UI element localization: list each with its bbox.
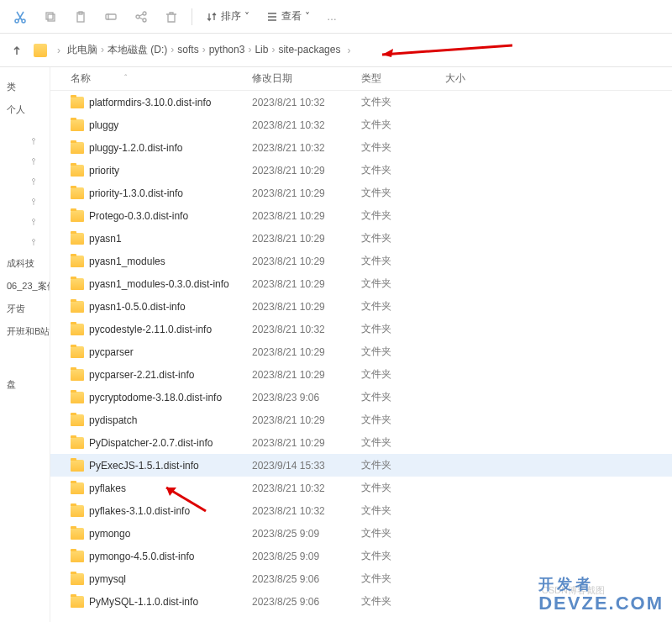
share-button[interactable]: [128, 3, 155, 30]
file-row[interactable]: pycparser-2.21.dist-info 2023/8/21 10:29…: [50, 363, 672, 386]
file-name: pycodestyle-2.11.0.dist-info: [89, 324, 212, 335]
file-row[interactable]: pyasn1 2023/8/21 10:29 文件夹: [50, 227, 672, 250]
file-name-cell: PyExecJS-1.5.1.dist-info: [50, 460, 252, 472]
file-row[interactable]: PyDispatcher-2.0.7.dist-info 2023/8/21 1…: [50, 431, 672, 454]
folder-icon: [71, 97, 84, 108]
breadcrumb-item[interactable]: site-packages: [278, 44, 340, 55]
folder-icon: [71, 482, 84, 494]
folder-icon: [71, 187, 84, 199]
file-row[interactable]: pycodestyle-2.11.0.dist-info 2023/8/21 1…: [50, 318, 672, 340]
file-type: 文件夹: [361, 435, 445, 450]
file-row[interactable]: pluggy 2023/8/21 10:32 文件夹: [50, 113, 672, 136]
folder-icon: [71, 460, 84, 472]
file-row[interactable]: pyflakes-3.1.0.dist-info 2023/8/21 10:32…: [50, 499, 672, 522]
file-name: pycryptodome-3.18.0.dist-info: [89, 392, 222, 403]
folder-icon: [71, 233, 84, 245]
file-date: 2023/8/21 10:29: [252, 165, 361, 177]
column-name-header[interactable]: 名称 ˆ: [50, 71, 252, 86]
sidebar: 类 个人 成科技 06_23_案例 牙齿 开班和B站 盘: [0, 67, 50, 622]
sidebar-item[interactable]: 牙齿: [0, 298, 50, 320]
file-type: 文件夹: [361, 163, 445, 177]
file-type: 文件夹: [361, 140, 445, 155]
copy-button[interactable]: [37, 3, 64, 30]
cut-button[interactable]: [7, 3, 34, 30]
paste-button[interactable]: [67, 3, 94, 30]
file-row[interactable]: pymongo-4.5.0.dist-info 2023/8/25 9:09 文…: [50, 545, 672, 567]
rename-button[interactable]: [97, 3, 124, 30]
file-row[interactable]: priority-1.3.0.dist-info 2023/8/21 10:29…: [50, 182, 672, 204]
file-type: 文件夹: [361, 367, 445, 382]
file-date: 2023/8/21 10:29: [252, 256, 361, 267]
file-type: 文件夹: [361, 549, 445, 563]
up-button[interactable]: [7, 40, 27, 61]
file-name: PyDispatcher-2.0.7.dist-info: [89, 437, 213, 449]
column-date-header[interactable]: 修改日期: [252, 71, 361, 86]
sidebar-item[interactable]: 个人: [0, 98, 50, 121]
file-date: 2023/8/21 10:29: [252, 346, 361, 358]
pin-icon[interactable]: [0, 232, 50, 252]
file-name-cell: pyasn1_modules-0.3.0.dist-info: [50, 278, 252, 290]
file-date: 2023/8/21 10:32: [252, 505, 361, 517]
file-row[interactable]: PyExecJS-1.5.1.dist-info 2023/9/14 15:33…: [50, 454, 672, 477]
file-type: 文件夹: [361, 208, 445, 223]
file-row[interactable]: pycparser 2023/8/21 10:29 文件夹: [50, 340, 672, 363]
crumb-separator: ›: [347, 45, 350, 56]
delete-button[interactable]: [158, 3, 185, 30]
view-button[interactable]: 查看 ˅: [260, 3, 317, 30]
file-row[interactable]: Protego-0.3.0.dist-info 2023/8/21 10:29 …: [50, 204, 672, 227]
crumb-separator: ›: [271, 44, 275, 55]
file-date: 2023/8/21 10:29: [252, 414, 361, 426]
file-date: 2023/8/21 10:29: [252, 278, 361, 290]
watermark-line1: 开发者: [538, 577, 664, 593]
file-name: PyExecJS-1.5.1.dist-info: [89, 460, 199, 472]
pin-icon[interactable]: [0, 192, 50, 212]
column-size-header[interactable]: 大小: [445, 71, 512, 86]
file-row[interactable]: priority 2023/8/21 10:29 文件夹: [50, 159, 672, 182]
file-name-cell: pycparser: [50, 346, 252, 358]
file-date: 2023/9/14 15:33: [252, 460, 361, 472]
file-name: pycparser-2.21.dist-info: [89, 369, 194, 381]
sidebar-item-disk[interactable]: 盘: [0, 373, 50, 396]
pin-icon[interactable]: [0, 212, 50, 232]
sidebar-item[interactable]: 类: [0, 76, 50, 98]
folder-icon: [71, 414, 84, 426]
file-row[interactable]: pyasn1-0.5.0.dist-info 2023/8/21 10:29 文…: [50, 295, 672, 318]
folder-icon: [71, 210, 84, 222]
pin-icon[interactable]: [0, 171, 50, 192]
sort-button[interactable]: 排序 ˅: [199, 3, 256, 30]
folder-icon: [71, 346, 84, 358]
file-date: 2023/8/21 10:29: [252, 187, 361, 199]
file-row[interactable]: pluggy-1.2.0.dist-info 2023/8/21 10:32 文…: [50, 136, 672, 159]
file-name-cell: pycryptodome-3.18.0.dist-info: [50, 392, 252, 403]
svg-rect-6: [106, 14, 116, 19]
file-type: 文件夹: [361, 594, 445, 609]
sidebar-item[interactable]: 06_23_案例: [0, 275, 50, 298]
breadcrumb-item[interactable]: 本地磁盘 (D:): [108, 44, 167, 55]
folder-icon: [71, 437, 84, 449]
breadcrumb-item[interactable]: 此电脑: [67, 44, 97, 55]
folder-icon: [71, 119, 84, 131]
pin-icon[interactable]: [0, 151, 50, 171]
file-row[interactable]: pyflakes 2023/8/21 10:32 文件夹: [50, 477, 672, 499]
file-row[interactable]: pymongo 2023/8/25 9:09 文件夹: [50, 522, 672, 545]
file-type: 文件夹: [361, 526, 445, 540]
sidebar-item[interactable]: 开班和B站: [0, 320, 50, 343]
more-button[interactable]: …: [320, 11, 344, 23]
breadcrumb-item[interactable]: Lib: [255, 44, 268, 55]
breadcrumb-item[interactable]: python3: [209, 44, 245, 55]
sidebar-item[interactable]: 成科技: [0, 252, 50, 275]
column-type-header[interactable]: 类型: [361, 71, 445, 86]
file-name: pyasn1_modules: [89, 256, 165, 267]
watermark-line2: DEVZE.COM: [538, 593, 664, 614]
file-row[interactable]: pyasn1_modules-0.3.0.dist-info 2023/8/21…: [50, 272, 672, 295]
file-date: 2023/8/21 10:32: [252, 482, 361, 494]
pin-icon[interactable]: [0, 131, 50, 151]
file-row[interactable]: pyasn1_modules 2023/8/21 10:29 文件夹: [50, 250, 672, 272]
file-type: 文件夹: [361, 322, 445, 336]
breadcrumb-item[interactable]: softs: [177, 44, 198, 55]
file-type: 文件夹: [361, 413, 445, 427]
file-row[interactable]: pydispatch 2023/8/21 10:29 文件夹: [50, 409, 672, 431]
file-row[interactable]: platformdirs-3.10.0.dist-info 2023/8/21 …: [50, 91, 672, 113]
file-name-cell: pymongo-4.5.0.dist-info: [50, 551, 252, 562]
file-row[interactable]: pycryptodome-3.18.0.dist-info 2023/8/23 …: [50, 386, 672, 409]
